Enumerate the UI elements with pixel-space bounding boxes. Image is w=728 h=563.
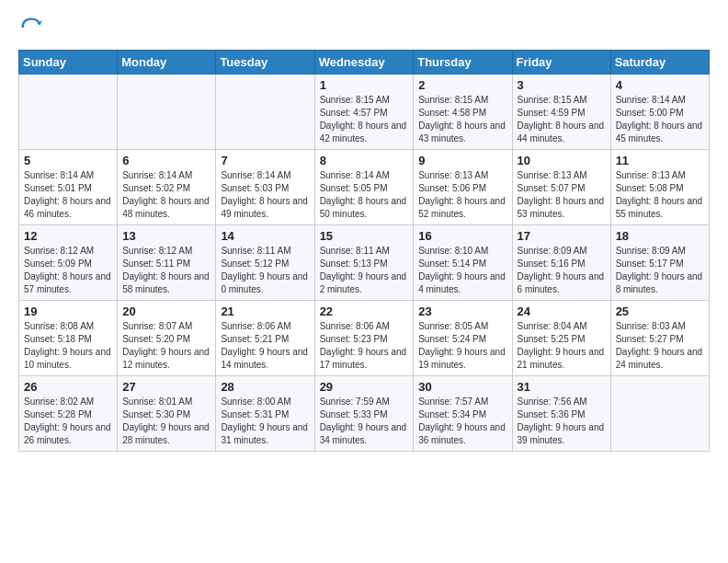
weekday-row: SundayMondayTuesdayWednesdayThursdayFrid… bbox=[19, 51, 710, 75]
day-info: Sunrise: 8:05 AM Sunset: 5:24 PM Dayligh… bbox=[418, 320, 506, 372]
day-cell: 4Sunrise: 8:14 AM Sunset: 5:00 PM Daylig… bbox=[610, 75, 709, 150]
day-number: 29 bbox=[320, 380, 409, 394]
day-info: Sunrise: 8:06 AM Sunset: 5:23 PM Dayligh… bbox=[320, 320, 409, 372]
day-number: 10 bbox=[518, 154, 606, 167]
day-cell: 7Sunrise: 8:14 AM Sunset: 5:03 PM Daylig… bbox=[216, 150, 314, 225]
day-cell: 13Sunrise: 8:12 AM Sunset: 5:11 PM Dayli… bbox=[118, 225, 216, 301]
day-info: Sunrise: 8:15 AM Sunset: 4:58 PM Dayligh… bbox=[418, 94, 506, 145]
day-cell: 15Sunrise: 8:11 AM Sunset: 5:13 PM Dayli… bbox=[314, 225, 414, 301]
weekday-header-sunday: Sunday bbox=[19, 51, 118, 75]
day-cell: 11Sunrise: 8:13 AM Sunset: 5:08 PM Dayli… bbox=[610, 150, 709, 225]
calendar: SundayMondayTuesdayWednesdayThursdayFrid… bbox=[18, 50, 710, 452]
day-cell: 17Sunrise: 8:09 AM Sunset: 5:16 PM Dayli… bbox=[512, 225, 610, 301]
weekday-header-wednesday: Wednesday bbox=[314, 51, 414, 75]
day-cell: 28Sunrise: 8:00 AM Sunset: 5:31 PM Dayli… bbox=[216, 376, 314, 452]
day-info: Sunrise: 8:14 AM Sunset: 5:03 PM Dayligh… bbox=[221, 169, 309, 221]
day-cell: 1Sunrise: 8:15 AM Sunset: 4:57 PM Daylig… bbox=[314, 75, 414, 150]
day-info: Sunrise: 8:15 AM Sunset: 4:59 PM Dayligh… bbox=[518, 94, 606, 145]
day-number: 2 bbox=[418, 78, 506, 92]
day-info: Sunrise: 8:14 AM Sunset: 5:01 PM Dayligh… bbox=[24, 169, 112, 221]
day-number: 4 bbox=[616, 78, 704, 92]
day-cell: 23Sunrise: 8:05 AM Sunset: 5:24 PM Dayli… bbox=[414, 301, 512, 376]
day-info: Sunrise: 8:12 AM Sunset: 5:11 PM Dayligh… bbox=[122, 245, 210, 296]
weekday-header-monday: Monday bbox=[118, 51, 216, 75]
day-number: 13 bbox=[122, 229, 210, 243]
day-number: 25 bbox=[616, 304, 704, 318]
day-info: Sunrise: 8:01 AM Sunset: 5:30 PM Dayligh… bbox=[122, 396, 210, 447]
day-info: Sunrise: 8:14 AM Sunset: 5:05 PM Dayligh… bbox=[320, 169, 409, 221]
day-info: Sunrise: 8:15 AM Sunset: 4:57 PM Dayligh… bbox=[320, 94, 409, 145]
day-cell: 25Sunrise: 8:03 AM Sunset: 5:27 PM Dayli… bbox=[610, 301, 709, 376]
day-info: Sunrise: 7:57 AM Sunset: 5:34 PM Dayligh… bbox=[418, 396, 506, 447]
week-row-1: 1Sunrise: 8:15 AM Sunset: 4:57 PM Daylig… bbox=[19, 75, 710, 150]
day-number: 19 bbox=[24, 304, 112, 318]
day-number: 12 bbox=[24, 229, 112, 243]
day-cell: 27Sunrise: 8:01 AM Sunset: 5:30 PM Dayli… bbox=[118, 376, 216, 452]
day-cell: 16Sunrise: 8:10 AM Sunset: 5:14 PM Dayli… bbox=[414, 225, 512, 301]
day-cell bbox=[118, 75, 216, 150]
day-info: Sunrise: 8:09 AM Sunset: 5:16 PM Dayligh… bbox=[518, 245, 606, 296]
day-cell: 21Sunrise: 8:06 AM Sunset: 5:21 PM Dayli… bbox=[216, 301, 314, 376]
day-number: 9 bbox=[418, 154, 506, 167]
day-cell: 14Sunrise: 8:11 AM Sunset: 5:12 PM Dayli… bbox=[216, 225, 314, 301]
day-number: 1 bbox=[320, 78, 409, 92]
day-info: Sunrise: 8:04 AM Sunset: 5:25 PM Dayligh… bbox=[518, 320, 606, 372]
day-cell: 20Sunrise: 8:07 AM Sunset: 5:20 PM Dayli… bbox=[118, 301, 216, 376]
day-info: Sunrise: 8:07 AM Sunset: 5:20 PM Dayligh… bbox=[122, 320, 210, 372]
day-number: 26 bbox=[24, 380, 112, 394]
weekday-header-saturday: Saturday bbox=[610, 51, 709, 75]
day-info: Sunrise: 8:00 AM Sunset: 5:31 PM Dayligh… bbox=[221, 396, 309, 447]
day-number: 5 bbox=[24, 154, 112, 167]
day-cell: 2Sunrise: 8:15 AM Sunset: 4:58 PM Daylig… bbox=[414, 75, 512, 150]
day-info: Sunrise: 8:03 AM Sunset: 5:27 PM Dayligh… bbox=[616, 320, 704, 372]
day-cell bbox=[216, 75, 314, 150]
week-row-4: 19Sunrise: 8:08 AM Sunset: 5:18 PM Dayli… bbox=[19, 301, 710, 376]
page: SundayMondayTuesdayWednesdayThursdayFrid… bbox=[0, 0, 728, 563]
day-info: Sunrise: 8:11 AM Sunset: 5:13 PM Dayligh… bbox=[320, 245, 409, 296]
header bbox=[18, 15, 710, 40]
day-info: Sunrise: 8:09 AM Sunset: 5:17 PM Dayligh… bbox=[616, 245, 704, 296]
day-number: 15 bbox=[320, 229, 409, 243]
day-number: 31 bbox=[518, 380, 606, 394]
day-number: 30 bbox=[418, 380, 506, 394]
day-number: 22 bbox=[320, 304, 409, 318]
day-cell: 26Sunrise: 8:02 AM Sunset: 5:28 PM Dayli… bbox=[19, 376, 118, 452]
logo-icon bbox=[18, 15, 44, 40]
day-number: 20 bbox=[122, 304, 210, 318]
day-number: 8 bbox=[320, 154, 409, 167]
weekday-header-friday: Friday bbox=[512, 51, 610, 75]
day-info: Sunrise: 8:14 AM Sunset: 5:02 PM Dayligh… bbox=[122, 169, 210, 221]
day-cell: 9Sunrise: 8:13 AM Sunset: 5:06 PM Daylig… bbox=[414, 150, 512, 225]
day-cell bbox=[19, 75, 118, 150]
week-row-3: 12Sunrise: 8:12 AM Sunset: 5:09 PM Dayli… bbox=[19, 225, 710, 301]
day-number: 17 bbox=[518, 229, 606, 243]
day-info: Sunrise: 7:59 AM Sunset: 5:33 PM Dayligh… bbox=[320, 396, 409, 447]
day-info: Sunrise: 8:11 AM Sunset: 5:12 PM Dayligh… bbox=[221, 245, 309, 296]
day-info: Sunrise: 8:14 AM Sunset: 5:00 PM Dayligh… bbox=[616, 94, 704, 145]
day-cell: 18Sunrise: 8:09 AM Sunset: 5:17 PM Dayli… bbox=[610, 225, 709, 301]
calendar-body: 1Sunrise: 8:15 AM Sunset: 4:57 PM Daylig… bbox=[19, 75, 710, 452]
day-info: Sunrise: 8:13 AM Sunset: 5:08 PM Dayligh… bbox=[616, 169, 704, 221]
day-cell: 8Sunrise: 8:14 AM Sunset: 5:05 PM Daylig… bbox=[314, 150, 414, 225]
day-number: 24 bbox=[518, 304, 606, 318]
day-number: 14 bbox=[221, 229, 309, 243]
day-cell: 31Sunrise: 7:56 AM Sunset: 5:36 PM Dayli… bbox=[512, 376, 610, 452]
logo bbox=[18, 15, 48, 40]
day-info: Sunrise: 8:13 AM Sunset: 5:06 PM Dayligh… bbox=[418, 169, 506, 221]
day-number: 23 bbox=[418, 304, 506, 318]
week-row-2: 5Sunrise: 8:14 AM Sunset: 5:01 PM Daylig… bbox=[19, 150, 710, 225]
day-info: Sunrise: 8:10 AM Sunset: 5:14 PM Dayligh… bbox=[418, 245, 506, 296]
day-number: 11 bbox=[616, 154, 704, 167]
week-row-5: 26Sunrise: 8:02 AM Sunset: 5:28 PM Dayli… bbox=[19, 376, 710, 452]
day-cell: 24Sunrise: 8:04 AM Sunset: 5:25 PM Dayli… bbox=[512, 301, 610, 376]
day-cell: 30Sunrise: 7:57 AM Sunset: 5:34 PM Dayli… bbox=[414, 376, 512, 452]
day-number: 3 bbox=[518, 78, 606, 92]
day-cell: 22Sunrise: 8:06 AM Sunset: 5:23 PM Dayli… bbox=[314, 301, 414, 376]
day-cell: 10Sunrise: 8:13 AM Sunset: 5:07 PM Dayli… bbox=[512, 150, 610, 225]
day-number: 16 bbox=[418, 229, 506, 243]
day-number: 21 bbox=[221, 304, 309, 318]
weekday-header-tuesday: Tuesday bbox=[216, 51, 314, 75]
day-number: 27 bbox=[122, 380, 210, 394]
day-info: Sunrise: 8:06 AM Sunset: 5:21 PM Dayligh… bbox=[221, 320, 309, 372]
calendar-header: SundayMondayTuesdayWednesdayThursdayFrid… bbox=[19, 51, 710, 75]
